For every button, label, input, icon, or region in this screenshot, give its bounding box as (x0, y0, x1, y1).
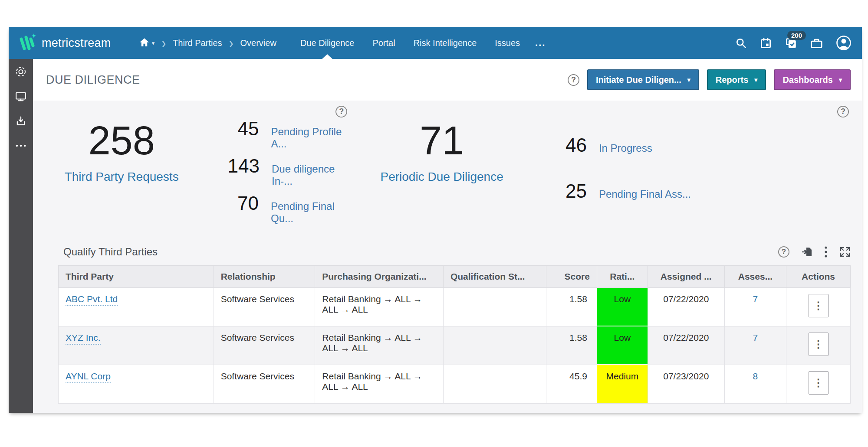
row-actions-button[interactable]: ⋮ (809, 333, 829, 356)
substat-value: 143 (201, 155, 260, 177)
dashboards-button[interactable]: Dashboards ▾ (774, 69, 851, 90)
rating-badge: Low (597, 326, 648, 364)
briefcase-icon[interactable] (810, 37, 823, 49)
row-actions-button[interactable]: ⋮ (809, 371, 829, 395)
assigned-date-cell: 07/22/2020 (648, 288, 724, 326)
app-window: metricstream ▾ › Third Parties › Overvie… (9, 27, 862, 413)
assigned-date-cell: 07/23/2020 (648, 365, 724, 404)
nav-item-portal[interactable]: Portal (363, 27, 404, 59)
export-icon[interactable] (801, 246, 812, 258)
dashboard-panel: ? 258 Third Party Requests 45 Pending Pr… (33, 101, 862, 413)
nav-more-button[interactable]: ... (529, 37, 552, 49)
calendar-icon[interactable] (760, 37, 772, 49)
monitor-icon[interactable] (15, 91, 26, 102)
compass-icon[interactable] (15, 66, 26, 77)
table-help-icon[interactable]: ? (778, 246, 789, 258)
search-icon[interactable] (735, 37, 747, 49)
substat-value: 25 (535, 180, 587, 202)
qualification-status-cell (443, 365, 546, 404)
widget-help-icon[interactable]: ? (837, 106, 849, 117)
column-relationship[interactable]: Relationship (214, 266, 315, 288)
nav-item-due-diligence[interactable]: Due Diligence (291, 27, 364, 59)
kebab-menu-icon[interactable] (824, 246, 828, 258)
table-title: Qualify Third Parties (63, 246, 158, 258)
reports-label: Reports (716, 75, 749, 85)
more-icon[interactable] (15, 140, 26, 151)
substat-pending-final-assessment: 25 Pending Final Ass... (535, 180, 851, 202)
substat-label[interactable]: Pending Final Qu... (271, 200, 349, 225)
expand-icon[interactable] (839, 246, 851, 258)
dashboards-label: Dashboards (783, 75, 833, 85)
substat-value: 45 (201, 118, 259, 140)
breadcrumb-chevron-icon: › (229, 34, 233, 52)
table-row: ABC Pvt. Ltd Software Services Retail Ba… (59, 288, 851, 326)
nav-item-issues[interactable]: Issues (486, 27, 529, 59)
column-score[interactable]: Score (546, 266, 597, 288)
breadcrumb-chevron-icon: › (161, 34, 166, 52)
periodic-due-diligence-label[interactable]: Periodic Due Diligence (349, 170, 535, 184)
assessments-link[interactable]: 7 (753, 294, 758, 304)
substat-value: 70 (201, 193, 259, 214)
score-cell: 1.58 (546, 288, 597, 326)
reports-button[interactable]: Reports ▾ (707, 69, 766, 90)
column-assessments[interactable]: Asses... (724, 266, 786, 288)
table-row: AYNL Corp Software Services Retail Banki… (59, 365, 851, 404)
substat-label[interactable]: Pending Final Ass... (599, 188, 691, 200)
rating-badge: Medium (597, 365, 648, 403)
chevron-down-icon: ▾ (754, 76, 757, 83)
notification-badge: 200 (787, 31, 806, 40)
qualify-third-parties-section: Qualify Third Parties ? (58, 238, 851, 404)
home-menu-button[interactable]: ▾ (139, 37, 155, 49)
brand-logo[interactable]: metricstream (18, 33, 111, 53)
rating-badge: Low (597, 288, 648, 326)
table-row: XYZ Inc. Software Services Retail Bankin… (59, 326, 851, 365)
substat-label[interactable]: Pending Profile A... (271, 126, 349, 150)
breadcrumb-third-parties[interactable]: Third Parties (173, 38, 222, 48)
page-header: DUE DILIGENCE ? Initiate Due Diligen... … (33, 59, 862, 101)
column-qualification-status[interactable]: Qualification St... (443, 266, 546, 288)
relationship-cell: Software Services (214, 288, 315, 326)
third-party-link[interactable]: AYNL Corp (66, 371, 111, 383)
third-party-link[interactable]: ABC Pvt. Ltd (66, 294, 118, 306)
column-purchasing-organization[interactable]: Purchasing Organizati... (315, 266, 444, 288)
purchasing-org-cell: Retail Banking → ALL → ALL → ALL (315, 288, 444, 326)
substat-value: 46 (535, 134, 587, 156)
substat-label[interactable]: Due diligence In-... (272, 163, 349, 187)
column-assigned-date[interactable]: Assigned ... (648, 266, 724, 288)
purchasing-org-cell: Retail Banking → ALL → ALL → ALL (315, 365, 444, 404)
assigned-date-cell: 07/22/2020 (648, 326, 724, 365)
column-rating[interactable]: Rati... (597, 266, 648, 288)
substat-in-progress: 46 In Progress (535, 134, 851, 156)
column-third-party[interactable]: Third Party (59, 266, 214, 288)
substat-label[interactable]: In Progress (599, 142, 652, 154)
chevron-down-icon: ▾ (839, 76, 842, 83)
home-caret-icon: ▾ (152, 40, 155, 46)
initiate-due-diligence-button[interactable]: Initiate Due Diligen... ▾ (587, 69, 699, 90)
rating-cell: Low (597, 288, 648, 326)
assessments-link[interactable]: 7 (753, 333, 758, 343)
page-title: DUE DILIGENCE (46, 73, 140, 87)
initiate-due-diligence-label: Initiate Due Diligen... (596, 75, 681, 85)
periodic-due-diligence-count: 71 (349, 121, 535, 160)
third-party-requests-count: 258 (42, 121, 201, 160)
left-sidebar (9, 59, 33, 413)
tasks-icon[interactable]: 200 (785, 37, 797, 49)
assessments-link[interactable]: 8 (753, 371, 758, 381)
nav-item-risk-intelligence[interactable]: Risk Intelligence (404, 27, 486, 59)
third-party-requests-label[interactable]: Third Party Requests (42, 170, 201, 184)
top-navigation-bar: metricstream ▾ › Third Parties › Overvie… (9, 27, 862, 59)
rating-cell: Low (597, 326, 648, 365)
substat-pending-profile: 45 Pending Profile A... (201, 118, 349, 150)
column-actions[interactable]: Actions (786, 266, 851, 288)
downloads-icon[interactable] (15, 115, 26, 127)
row-actions-button[interactable]: ⋮ (809, 294, 829, 317)
metricstream-logo-icon (18, 33, 36, 53)
table-header-row: Third Party Relationship Purchasing Orga… (59, 266, 851, 288)
third-party-link[interactable]: XYZ Inc. (66, 333, 101, 345)
qualify-third-parties-table: Third Party Relationship Purchasing Orga… (58, 265, 851, 404)
breadcrumb-overview[interactable]: Overview (240, 38, 276, 48)
page-help-icon[interactable]: ? (568, 74, 579, 86)
qualification-status-cell (443, 326, 546, 365)
account-icon[interactable] (836, 35, 852, 51)
relationship-cell: Software Services (214, 365, 315, 404)
